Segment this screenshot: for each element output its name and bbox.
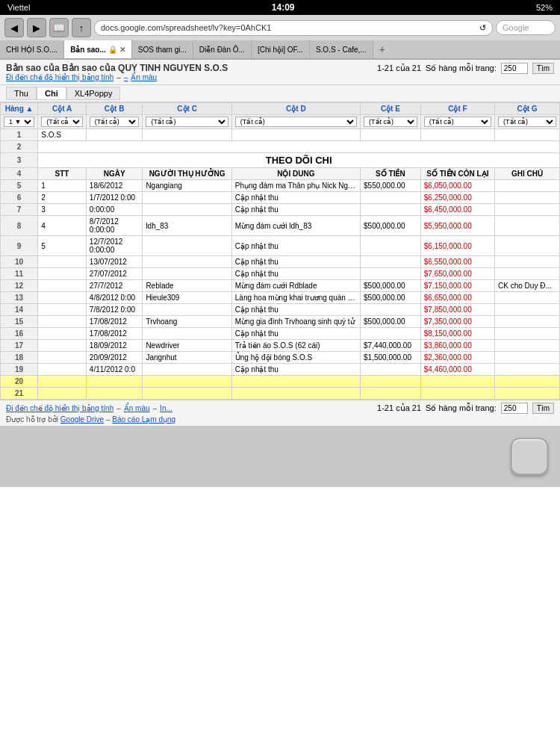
cell-10-nguoi <box>143 256 231 268</box>
col-ngay: NGÀY <box>86 168 143 180</box>
cell-14-ngay: 7/8/2012 0:00 <box>86 304 143 316</box>
cell-1-e <box>361 129 421 141</box>
table-row: 17 18/09/2012 Newdriver Trả tiền áo S.O.… <box>1 340 560 352</box>
search-button[interactable]: Tìm <box>532 63 554 74</box>
cell-5-conlai: $6,050,000.00 <box>420 180 494 192</box>
tab-close-icon[interactable]: ✕ <box>119 46 125 54</box>
browser-chrome: ◀ ▶ 📖 ↑ docs.google.com/spreadsheet/lv?k… <box>0 15 560 60</box>
bottom-link-table-view[interactable]: Đi đến chế độ hiển thị bảng tính <box>6 404 113 412</box>
cell-9-noidung: Cập nhật thu <box>231 236 360 256</box>
filter-d: (Tất cả) <box>231 115 360 129</box>
link-hide-color[interactable]: – <box>124 73 128 81</box>
row-num-4: 4 <box>1 168 38 180</box>
cell-1-a: S.O.S <box>38 129 87 141</box>
col-header-row-num[interactable]: Hàng ▲ <box>1 103 38 115</box>
cell-12-stt <box>38 280 87 292</box>
tab-sos-cafe[interactable]: S.O.S - Cafe,... <box>310 40 373 58</box>
cell-6-noidung: Cập nhật thu <box>231 192 360 204</box>
home-button[interactable] <box>511 438 548 475</box>
cell-15-conlai: $7,350,000.00 <box>420 316 494 328</box>
tab-xl4poppy[interactable]: XL4Poppy <box>66 87 121 100</box>
cell-21-d <box>231 388 360 400</box>
status-bar: Viettel 14:09 52% <box>0 0 560 15</box>
spreadsheet-title: Bản sao của Bản sao của QUY TINH NGUYEN … <box>6 63 228 73</box>
tab-chi[interactable]: Chi <box>37 87 66 100</box>
col-header-c[interactable]: Cột C <box>143 103 231 115</box>
cell-14-ghichu <box>495 304 560 316</box>
filter-select-b[interactable]: (Tất cả) <box>90 117 140 127</box>
bookmark-button[interactable]: 📖 <box>49 18 69 37</box>
row-num-13: 13 <box>1 292 38 304</box>
cell-10-conlai: $6,550,000.00 <box>420 256 494 268</box>
cell-20-b <box>86 376 143 388</box>
cell-19-ngay: 4/11/2012 0:0 <box>86 364 143 376</box>
table-row: 9 5 12/7/20120:00:00 Cập nhật thu $6,150… <box>1 236 560 256</box>
cell-14-stt <box>38 304 87 316</box>
filter-a: (Tất cả) <box>38 115 87 129</box>
bottom-bar-links: Đi đến chế độ hiển thị bảng tính – Ẩn mà… <box>6 404 172 412</box>
filter-row-num: 1 ▼ <box>1 115 38 129</box>
cell-21-a <box>38 388 87 400</box>
tab-chi-hoi[interactable]: CHI HỘI S.O.... <box>0 40 64 58</box>
link-print[interactable]: Ẩn màu <box>131 73 157 81</box>
search-input[interactable]: Google <box>496 20 556 35</box>
filter-select-d[interactable]: (Tất cả) <box>235 117 357 127</box>
tab-label: S.O.S - Cafe,... <box>316 46 367 54</box>
filter-select-g[interactable]: (Tất cả) <box>498 117 556 127</box>
filter-select-num[interactable]: 1 ▼ <box>4 117 34 127</box>
col-header-e[interactable]: Cột E <box>361 103 421 115</box>
link-table-view[interactable]: Đi đến chế độ hiển thị bảng tính <box>6 73 113 81</box>
col-header-f[interactable]: Cột F <box>420 103 494 115</box>
cell-18-ghichu <box>495 352 560 364</box>
bottom-search-button[interactable]: Tìm <box>532 403 554 414</box>
forward-button[interactable]: ▶ <box>27 18 46 37</box>
google-drive-link[interactable]: Google Drive <box>60 415 104 424</box>
table-row: 4 STT NGÀY NGƯỜI THỤ HƯỞNG NỘI DUNG SỐ T… <box>1 168 560 180</box>
tab-thu[interactable]: Thu <box>6 87 37 100</box>
refresh-icon[interactable]: ↺ <box>479 23 486 33</box>
col-sotienconlai: SỐ TIỀN CÒN LẠI <box>420 168 494 180</box>
tab-chi-hoi-of[interactable]: [Chi hội] OF... <box>252 40 310 58</box>
bottom-link-print[interactable]: In... <box>160 404 172 412</box>
bottom-link-hide-color[interactable]: Ẩn màu <box>124 404 150 412</box>
cell-1-d <box>231 129 360 141</box>
table-row: 15 17/08/2012 Trvhoang Mừng gia đình Trv… <box>1 316 560 328</box>
cell-19-ghichu <box>495 364 560 376</box>
cell-8-stt: 4 <box>38 216 87 236</box>
filter-select-e[interactable]: (Tất cả) <box>364 117 417 127</box>
col-header-g[interactable]: Cột G <box>495 103 560 115</box>
bottom-rows-input[interactable] <box>501 403 528 414</box>
table-row: 10 13/07/2012 Cập nhật thu $6,550,000.00 <box>1 256 560 268</box>
carrier-signal: Viettel <box>7 3 30 12</box>
cell-16-ngay: 17/08/2012 <box>86 328 143 340</box>
url-bar[interactable]: docs.google.com/spreadsheet/lv?key=0AhCK… <box>94 20 493 36</box>
add-tab-button[interactable]: + <box>373 40 391 58</box>
row-num-9: 9 <box>1 236 38 256</box>
col-header-a[interactable]: Cột A <box>38 103 87 115</box>
cell-16-noidung: Cập nhật thu <box>231 328 360 340</box>
filter-select-a[interactable]: (Tất cả) <box>41 117 83 127</box>
filter-select-f[interactable]: (Tất cả) <box>424 117 491 127</box>
cell-15-ghichu <box>495 316 560 328</box>
rows-per-page-input[interactable]: 250 <box>501 63 528 74</box>
row-num-1: 1 <box>1 129 38 141</box>
col-header-d[interactable]: Cột D <box>231 103 360 115</box>
cell-5-ghichu <box>495 180 560 192</box>
filter-c: (Tất cả) <box>143 115 231 129</box>
cell-13-stt <box>38 292 87 304</box>
col-header-b[interactable]: Cột B <box>86 103 143 115</box>
filter-select-c[interactable]: (Tất cả) <box>146 117 228 127</box>
table-row: 18 20/09/2012 Jangnhut Ủng hộ đội bóng S… <box>1 352 560 364</box>
share-button[interactable]: ↑ <box>72 18 91 37</box>
tab-dien-dan[interactable]: Diễn Đàn Ô... <box>193 40 252 58</box>
row-num-19: 19 <box>1 364 38 376</box>
cell-19-nguoi <box>143 364 231 376</box>
back-button[interactable]: ◀ <box>4 18 24 37</box>
cell-7-noidung: Cập nhật thu <box>231 204 360 216</box>
tab-ban-sao[interactable]: Bản sao... 🔒 ✕ <box>64 40 132 58</box>
table-row: 14 7/8/2012 0:00 Cập nhật thu $7,850,000… <box>1 304 560 316</box>
tab-sos-tham[interactable]: SOS tham gi... <box>132 40 193 58</box>
nav-bar: ◀ ▶ 📖 ↑ docs.google.com/spreadsheet/lv?k… <box>0 15 560 40</box>
report-abuse-link[interactable]: Báo cáo Lạm dụng <box>112 415 175 424</box>
cell-9-ngay: 12/7/20120:00:00 <box>86 236 143 256</box>
